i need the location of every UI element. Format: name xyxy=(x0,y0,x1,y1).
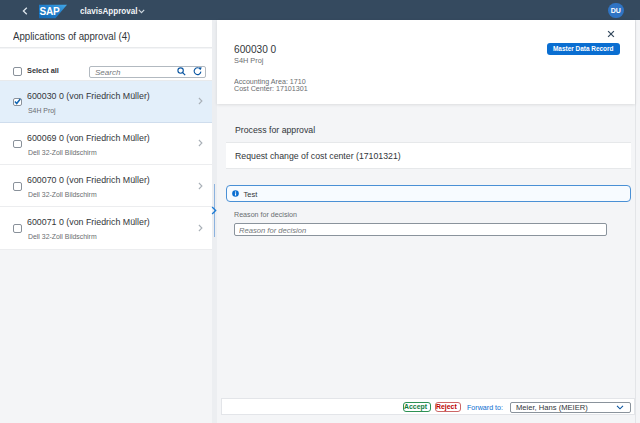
svg-text:SAP: SAP xyxy=(40,6,60,17)
